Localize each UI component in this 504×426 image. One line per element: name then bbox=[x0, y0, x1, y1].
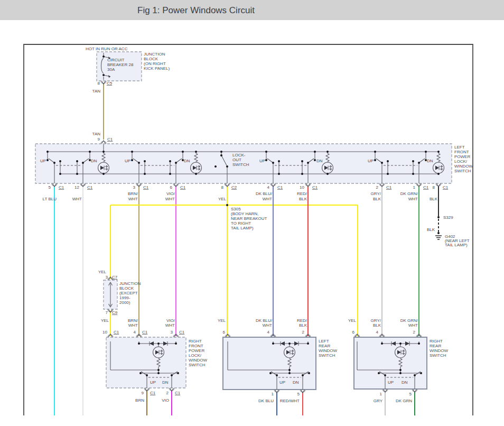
junction-block-2-label: 2000) bbox=[119, 300, 130, 305]
pin-number: 7 bbox=[106, 310, 108, 315]
main-switch-name: SWITCH bbox=[454, 169, 471, 173]
junction-block-2-label: (EXCEPT bbox=[119, 291, 138, 295]
pin-number: 4 bbox=[267, 185, 270, 190]
up-label: UP bbox=[368, 159, 374, 163]
wire-color-label: RED/ bbox=[297, 191, 307, 196]
right-front-power-lock-window-switch: 10 C1 4 C1 3 C1 UP DN RIGHT FRONT POWER … bbox=[102, 330, 207, 403]
wire-color-label: GRY/ bbox=[371, 318, 381, 323]
up-label: UP bbox=[388, 380, 394, 385]
ground-label: TAIL LAMP) bbox=[445, 243, 468, 247]
connector-id: C1 bbox=[87, 185, 93, 190]
wire-color-label: DK GRN/ bbox=[400, 318, 418, 323]
connector-id: C1 bbox=[443, 185, 449, 190]
pin-number: 6 bbox=[352, 330, 355, 335]
wire-color-label: DK BLU/ bbox=[256, 191, 273, 196]
wire-color-label: BLK bbox=[427, 227, 435, 232]
rf-switch-name: POWER bbox=[189, 348, 204, 353]
dn-label: DN bbox=[427, 159, 433, 163]
ground-g402: S329 BLK G402 (NEAR LEFT TAIL LAMP) bbox=[427, 215, 470, 247]
mid-wire-color-labels: YEL BRN/ WHT VIO/ WHT YEL DK BLU/ WHT RE… bbox=[101, 318, 418, 328]
up-label: UP bbox=[259, 159, 265, 163]
splice-label: NEAR BREAKOUT bbox=[231, 216, 267, 221]
splice-label: S305 bbox=[231, 207, 241, 211]
wire-color-label: WHT bbox=[165, 197, 175, 201]
wire-color-label: WHT bbox=[72, 197, 82, 201]
hot-label: HOT IN RUN OR ACC bbox=[86, 47, 128, 51]
rf-switch-name: LOCK/ bbox=[189, 353, 202, 358]
connector-pin bbox=[416, 183, 422, 187]
wire-color-label: RED/ bbox=[297, 318, 307, 323]
wire-color-label: YEL bbox=[348, 318, 357, 323]
connector-id: C1 bbox=[277, 185, 283, 190]
main-wire-color-labels: LT BLU WHT BRN/ WHT VIO/ WHT YEL DK BLU/… bbox=[43, 191, 438, 201]
up-label: UP bbox=[40, 159, 46, 163]
junction-block-1-label: JUNCTION bbox=[144, 52, 165, 57]
junction-block-2-label: BLOCK bbox=[119, 286, 134, 291]
wire-color-label: BRN/ bbox=[128, 191, 138, 196]
pin-number: 9 bbox=[98, 137, 100, 142]
rr-switch-name: SWITCH bbox=[430, 353, 446, 358]
up-label: UP bbox=[125, 159, 130, 163]
pin-number: 4 bbox=[134, 330, 136, 335]
breaker-label: 30A bbox=[107, 67, 115, 72]
pin-number: 1 bbox=[413, 185, 416, 190]
wire-color-label: DK GRN/ bbox=[400, 191, 418, 196]
pin-number: 10 bbox=[102, 330, 107, 335]
rr-switch-name: WINDOW bbox=[430, 348, 449, 353]
connector-id: C1 bbox=[312, 185, 318, 190]
connector-id: C1 bbox=[150, 391, 156, 395]
wiring-diagram: Fig 1: Power Windows Circuit HOT IN RUN … bbox=[0, 0, 504, 426]
connector-id: C9 bbox=[112, 310, 118, 315]
pin-number: 2 bbox=[413, 330, 416, 335]
connector-pin bbox=[379, 183, 385, 187]
diagram-page: Fig 1: Power Windows Circuit HOT IN RUN … bbox=[0, 0, 504, 426]
pin-number: 10 bbox=[300, 185, 304, 190]
pin-number: 2 bbox=[166, 391, 169, 395]
lockout-switch-label: LOCK- bbox=[232, 153, 246, 158]
connector-id: C1 bbox=[180, 185, 186, 190]
rf-switch-name: FRONT bbox=[189, 344, 203, 348]
splice-label: (BODY HARN, bbox=[231, 211, 258, 216]
connector-pin bbox=[173, 183, 179, 187]
wire-color-label: GRY bbox=[374, 399, 383, 403]
pin-number: 3 bbox=[133, 185, 136, 190]
pin-number: 8 bbox=[221, 185, 224, 190]
lr-switch-name: SWITCH bbox=[319, 353, 335, 358]
wire-color-label: BLK bbox=[299, 197, 307, 201]
lr-switch-name: LEFT bbox=[319, 339, 329, 344]
right-rear-window-switch: 6 4 2 UP DN RIGHT REAR WINDOW SWITCH 1 5… bbox=[352, 330, 449, 403]
connector-id: C5 bbox=[107, 81, 113, 86]
connector-pin bbox=[270, 183, 276, 187]
left-front-power-lock-window-switch: TAN 9 C1 UP DN UP DN UP DN UP DN LOCK- O… bbox=[35, 132, 473, 190]
figure-title: Fig 1: Power Windows Circuit bbox=[137, 5, 255, 15]
connector-id: C1 bbox=[114, 330, 119, 335]
main-switch-name: LEFT bbox=[454, 145, 465, 150]
breaker-label: BREAKER 28 bbox=[107, 62, 134, 67]
junction-block-1-label: BLOCK bbox=[144, 57, 158, 61]
wire-color-label: TAN bbox=[92, 132, 101, 136]
pin-number: 1 bbox=[380, 392, 382, 396]
pin-number: 3 bbox=[106, 275, 108, 280]
connector-pin bbox=[101, 81, 106, 84]
dn-label: DN bbox=[293, 380, 299, 385]
wire-color-label: DK GRN bbox=[396, 399, 412, 403]
wire-color-label: VIO bbox=[162, 398, 169, 403]
pin-number: 2 bbox=[302, 330, 305, 335]
wire-color-label: VIO/ bbox=[166, 191, 175, 196]
connector-pin bbox=[101, 141, 106, 144]
connector-id: C2 bbox=[231, 185, 237, 190]
pin-number: 5 bbox=[409, 392, 412, 396]
splice-label: S329 bbox=[443, 215, 453, 220]
rf-switch-name: SWITCH bbox=[189, 363, 206, 367]
wire-color-label: YEL bbox=[98, 270, 107, 274]
wire-color-label: YEL bbox=[101, 318, 109, 323]
connector-id: C1 bbox=[175, 391, 181, 395]
wire-color-label: WHT bbox=[128, 197, 138, 201]
wire-color-label: GRY/ bbox=[371, 191, 381, 196]
connector-pin bbox=[169, 388, 174, 391]
wire-color-label: BLK bbox=[373, 323, 381, 328]
pin-number: 2 bbox=[376, 185, 379, 190]
breaker-label: CIRCUIT bbox=[107, 58, 125, 62]
pin-number: 8 bbox=[433, 185, 435, 190]
connector-pin bbox=[225, 183, 230, 187]
